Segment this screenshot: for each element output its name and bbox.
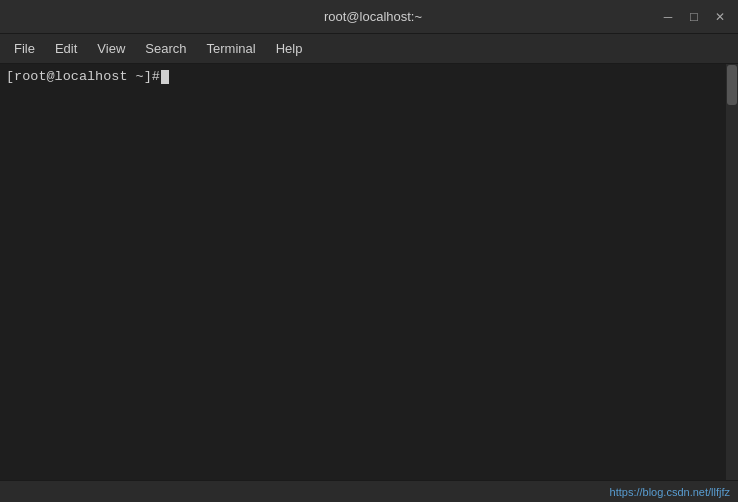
terminal-wrapper: [root@localhost ~]#: [0, 64, 738, 480]
status-bar: https://blog.csdn.net/llfjfz: [0, 480, 738, 502]
menu-item-terminal[interactable]: Terminal: [197, 37, 266, 60]
menu-item-search[interactable]: Search: [135, 37, 196, 60]
menu-bar: File Edit View Search Terminal Help: [0, 34, 738, 64]
prompt-line: [root@localhost ~]#: [6, 68, 720, 87]
prompt-text: [root@localhost ~]#: [6, 68, 160, 87]
title-bar: root@localhost:~: [0, 0, 738, 34]
terminal-cursor: [161, 70, 169, 84]
maximize-button[interactable]: [684, 7, 704, 27]
scrollbar-track[interactable]: [726, 64, 738, 480]
menu-item-file[interactable]: File: [4, 37, 45, 60]
title-bar-controls: [658, 7, 730, 27]
menu-item-help[interactable]: Help: [266, 37, 313, 60]
scrollbar-thumb[interactable]: [727, 65, 737, 105]
minimize-button[interactable]: [658, 7, 678, 27]
menu-item-view[interactable]: View: [87, 37, 135, 60]
terminal-main[interactable]: [root@localhost ~]#: [0, 64, 726, 480]
close-button[interactable]: [710, 7, 730, 27]
menu-item-edit[interactable]: Edit: [45, 37, 87, 60]
status-link: https://blog.csdn.net/llfjfz: [610, 486, 730, 498]
window-title: root@localhost:~: [88, 9, 658, 24]
